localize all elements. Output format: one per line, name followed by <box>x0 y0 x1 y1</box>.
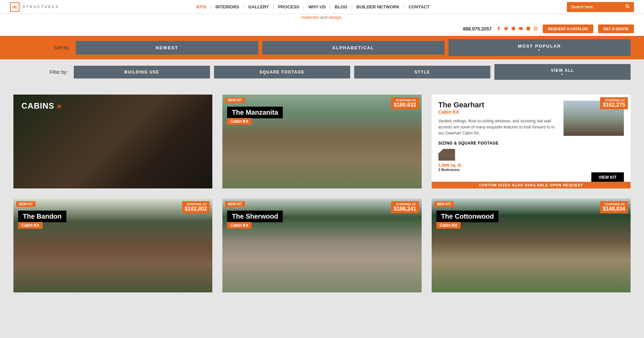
tagline: materials and design. <box>0 14 644 22</box>
nav-kits[interactable]: KITS <box>192 4 211 9</box>
svg-point-0 <box>626 4 629 7</box>
detail-bedrooms: 2 Bedrooms <box>438 168 557 172</box>
pinterest-icon[interactable] <box>511 26 516 32</box>
svg-point-6 <box>535 27 537 29</box>
kit-card-sherwood[interactable]: NEW KIT STARTING AT: $188,241 The Sherwo… <box>222 199 421 292</box>
price-badge: STARTING AT: $148,834 <box>600 201 628 213</box>
kit-grid: CABINS » NEW KIT STARTING AT: $180,632 T… <box>0 84 644 302</box>
svg-line-1 <box>628 7 630 8</box>
nav-builder-network[interactable]: BUILDER NETWORK <box>352 4 405 9</box>
youtube-icon[interactable] <box>519 26 523 32</box>
new-kit-badge: NEW KIT <box>16 201 36 207</box>
price-badge: STARTING AT: $188,241 <box>391 201 419 213</box>
logo[interactable]: dc STRUCTURES <box>10 2 59 12</box>
kit-title-box: The Bandon <box>18 211 66 222</box>
nav-blog[interactable]: BLOG <box>330 4 352 9</box>
kit-card-cottonwood[interactable]: NEW KIT STARTING AT: $148,834 The Cotton… <box>432 199 631 292</box>
filter-bar: Filter by: BUILDING USE SQUARE FOOTAGE S… <box>0 59 644 84</box>
detail-footer-note: CUSTOM SIZES ALSO AVAILABLE UPON REQUEST <box>432 182 631 188</box>
svg-rect-5 <box>534 26 538 30</box>
detail-title: The Gearhart <box>438 101 557 109</box>
nav-interiors[interactable]: INTERIORS <box>211 4 244 9</box>
svg-rect-3 <box>519 27 523 30</box>
phone-number[interactable]: 888.975.2057 <box>463 26 492 32</box>
category-title: CABINS » <box>21 101 62 111</box>
nav-contact[interactable]: CONTACT <box>404 4 434 9</box>
sort-newest[interactable]: NEWEST <box>76 41 258 55</box>
detail-subtitle: Cabin Kit <box>438 109 557 115</box>
twitter-icon[interactable] <box>504 26 508 32</box>
nav-process[interactable]: PROCESS <box>274 4 304 9</box>
social-links <box>496 26 538 32</box>
svg-point-2 <box>512 26 516 31</box>
filter-view-all[interactable]: VIEW ALL▾ <box>494 64 631 80</box>
price-badge: STARTING AT: $162,275 <box>600 97 628 109</box>
detail-sqft: 1,009 sq. ft. <box>438 163 557 168</box>
new-kit-badge: NEW KIT <box>434 201 454 207</box>
kit-detail-gearhart: STARTING AT: $162,275 The Gearhart Cabin… <box>432 95 631 188</box>
tagline-word1: materials <box>301 15 319 20</box>
sort-label: Sort by: <box>54 45 70 50</box>
tagline-word2: design <box>329 15 341 20</box>
sort-alphabetical[interactable]: ALPHABETICAL <box>262 41 444 55</box>
kit-subtitle: Cabin Kit <box>436 222 461 229</box>
kit-subtitle: Cabin Kit <box>227 118 252 125</box>
get-quote-button[interactable]: GET A QUOTE <box>598 24 634 33</box>
chevron-down-icon: ▾ <box>448 49 631 52</box>
price-badge: STARTING AT: $182,802 <box>182 201 210 213</box>
nav-why-us[interactable]: WHY US <box>304 4 330 9</box>
filter-style[interactable]: STYLE <box>354 66 490 78</box>
request-catalog-button[interactable]: REQUEST A CATALOG <box>543 24 593 33</box>
sort-most-popular[interactable]: MOST POPULAR▾ <box>448 39 631 56</box>
filter-label: Filter by: <box>50 69 68 75</box>
facebook-icon[interactable] <box>496 26 501 32</box>
chevron-down-icon: ▾ <box>494 73 631 76</box>
header-top: dc STRUCTURES KITS INTERIORS GALLERY PRO… <box>0 0 644 14</box>
kit-title-box: The Sherwood <box>227 211 283 222</box>
kit-title-box: The Cottonwood <box>436 211 499 222</box>
main-nav: KITS INTERIORS GALLERY PROCESS WHY US BL… <box>192 4 434 9</box>
filter-building-use[interactable]: BUILDING USE <box>74 66 210 78</box>
kit-card-bandon[interactable]: NEW KIT STARTING AT: $182,802 The Bandon… <box>13 199 212 292</box>
chevron-right-icon: » <box>57 101 62 110</box>
logo-box: dc <box>10 2 19 12</box>
search-box[interactable] <box>567 2 634 12</box>
search-input[interactable] <box>571 5 625 9</box>
category-card-cabins[interactable]: CABINS » <box>13 95 212 188</box>
price-badge: STARTING AT: $180,632 <box>391 97 419 109</box>
detail-section-heading: SIZING & SQUARE FOOTAGE <box>438 141 557 146</box>
cabin-shape-icon <box>438 149 455 161</box>
view-kit-button[interactable]: VIEW KIT <box>591 172 624 182</box>
svg-rect-4 <box>527 26 530 30</box>
instagram-icon[interactable] <box>533 26 538 32</box>
header-sub: 888.975.2057 REQUEST A CATALOG GET A QUO… <box>0 22 644 36</box>
search-icon[interactable] <box>625 4 630 10</box>
sort-bar: Sort by: NEWEST ALPHABETICAL MOST POPULA… <box>0 36 644 59</box>
kit-card-manzanita[interactable]: NEW KIT STARTING AT: $180,632 The Manzan… <box>222 95 421 188</box>
kit-title-box: The Manzanita <box>227 107 283 118</box>
detail-description: Vaulted ceilings, floor-to-ceiling windo… <box>438 118 557 136</box>
filter-square-footage[interactable]: SQUARE FOOTAGE <box>214 66 350 78</box>
nav-gallery[interactable]: GALLERY <box>244 4 274 9</box>
new-kit-badge: NEW KIT <box>225 97 245 103</box>
kit-subtitle: Cabin Kit <box>227 222 252 229</box>
new-kit-badge: NEW KIT <box>225 201 245 207</box>
linkedin-icon[interactable] <box>526 26 531 32</box>
kit-subtitle: Cabin Kit <box>18 222 43 229</box>
logo-text: STRUCTURES <box>23 5 59 9</box>
